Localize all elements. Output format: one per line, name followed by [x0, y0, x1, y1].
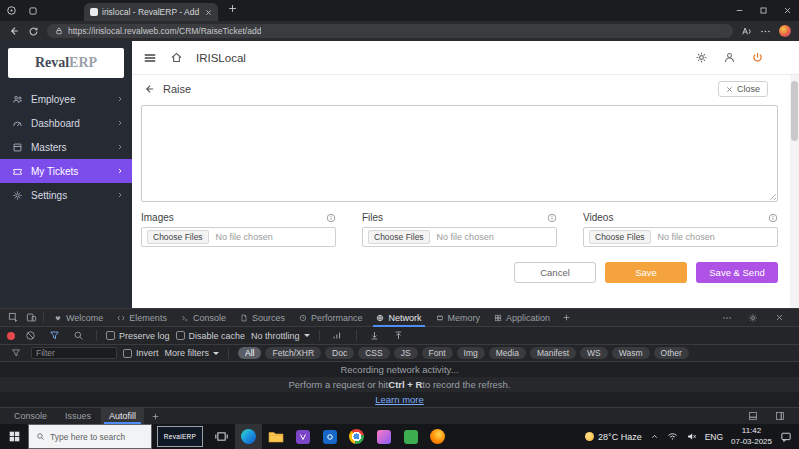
- more-tabs-button[interactable]: [557, 313, 575, 322]
- start-button[interactable]: [0, 424, 28, 449]
- ticket-description-textarea[interactable]: [141, 105, 778, 202]
- sidebar-item-employee[interactable]: Employee: [0, 87, 132, 111]
- invert-checkbox[interactable]: Invert: [123, 348, 159, 358]
- devtools-tab-welcome[interactable]: Welcome: [47, 309, 110, 326]
- info-icon[interactable]: [326, 213, 336, 223]
- filter-chip-fetch-xhr[interactable]: Fetch/XHR: [265, 347, 321, 359]
- purple-app-taskbar-icon[interactable]: [289, 424, 316, 449]
- save-and-send-button[interactable]: Save & Send: [696, 262, 778, 283]
- devtools-tab-performance[interactable]: Performance: [292, 309, 370, 326]
- devtools-settings-icon[interactable]: [744, 313, 762, 323]
- file-input[interactable]: Choose Files No file chosen: [141, 227, 336, 247]
- file-input[interactable]: Choose Files No file chosen: [583, 227, 778, 247]
- filter-chip-wasm[interactable]: Wasm: [612, 347, 650, 359]
- tab-close-icon[interactable]: [205, 9, 212, 16]
- read-aloud-icon[interactable]: [741, 26, 752, 37]
- sidebar-item-my-tickets[interactable]: My Tickets: [0, 159, 132, 183]
- taskbar-search[interactable]: Type here to search: [28, 424, 152, 449]
- choose-files-button[interactable]: Choose Files: [368, 230, 430, 244]
- page-scrollbar[interactable]: [790, 75, 799, 308]
- task-view-button[interactable]: [208, 424, 235, 449]
- sidebar-item-dashboard[interactable]: Dashboard: [0, 111, 132, 135]
- filter-input[interactable]: Filter: [31, 347, 117, 359]
- tab-actions-icon[interactable]: [22, 6, 44, 16]
- dock-side-icon[interactable]: [771, 411, 789, 421]
- green-app-taskbar-icon[interactable]: [397, 424, 424, 449]
- filter-chip-media[interactable]: Media: [489, 347, 526, 359]
- preserve-log-checkbox[interactable]: Preserve log: [106, 331, 170, 341]
- weather-widget[interactable]: 28°C Haze: [585, 432, 642, 442]
- revalerp-window-thumbnail[interactable]: RevalERP: [157, 426, 203, 447]
- filter-chip-doc[interactable]: Doc: [325, 347, 354, 359]
- add-drawer-tab-button[interactable]: [146, 412, 164, 421]
- minimize-button[interactable]: [727, 0, 751, 21]
- filter-toggle-icon[interactable]: [45, 330, 63, 341]
- devtools-tab-application[interactable]: Application: [487, 309, 557, 326]
- filter-chip-css[interactable]: CSS: [358, 347, 389, 359]
- devtools-tab-memory[interactable]: Memory: [429, 309, 488, 326]
- chrome-taskbar-icon[interactable]: [343, 424, 370, 449]
- taskbar-clock[interactable]: 11:42 07-03-2025: [731, 426, 772, 447]
- devtools-tab-network[interactable]: Network: [369, 309, 428, 326]
- checkbox-icon[interactable]: [123, 349, 132, 358]
- show-hidden-icons-button[interactable]: [650, 432, 659, 441]
- browser-tab[interactable]: irislocal - RevalERP - Add Ticket: [84, 3, 218, 21]
- browser-window-icon[interactable]: [0, 5, 22, 16]
- file-explorer-taskbar-icon[interactable]: [262, 424, 289, 449]
- close-ticket-button[interactable]: Close: [718, 81, 768, 97]
- sidebar-item-settings[interactable]: Settings: [0, 183, 132, 207]
- refresh-button[interactable]: [28, 26, 39, 37]
- filter-chip-all[interactable]: All: [238, 347, 261, 359]
- disable-cache-checkbox[interactable]: Disable cache: [176, 331, 246, 341]
- devtools-tab-sources[interactable]: Sources: [233, 309, 292, 326]
- scrollbar-thumb[interactable]: [791, 81, 798, 141]
- language-indicator[interactable]: ENG: [705, 432, 723, 442]
- back-arrow-icon[interactable]: [143, 83, 155, 95]
- notification-center-icon[interactable]: [780, 431, 792, 443]
- edge-taskbar-icon[interactable]: [235, 424, 262, 449]
- import-har-icon[interactable]: [366, 330, 384, 341]
- home-icon[interactable]: [170, 51, 183, 64]
- learn-more-link[interactable]: Learn more: [375, 394, 424, 405]
- filter-chip-other[interactable]: Other: [654, 347, 689, 359]
- choose-files-button[interactable]: Choose Files: [147, 230, 209, 244]
- file-input[interactable]: Choose Files No file chosen: [362, 227, 557, 247]
- filter-chip-font[interactable]: Font: [422, 347, 453, 359]
- info-icon[interactable]: [768, 213, 778, 223]
- drawer-tab-issues[interactable]: Issues: [57, 408, 99, 424]
- dock-bottom-icon[interactable]: [744, 411, 762, 421]
- drawer-tab-autofill[interactable]: Autofill: [101, 408, 144, 424]
- sidebar-item-masters[interactable]: Masters: [0, 135, 132, 159]
- clear-network-icon[interactable]: [21, 330, 39, 341]
- revalerp-logo[interactable]: Reval ERP: [8, 48, 124, 78]
- back-button[interactable]: [8, 25, 20, 37]
- info-icon[interactable]: [547, 213, 557, 223]
- network-conditions-icon[interactable]: [329, 330, 347, 341]
- checkbox-icon[interactable]: [176, 331, 185, 340]
- network-tray-icon[interactable]: [667, 431, 678, 442]
- logout-power-icon[interactable]: [751, 51, 764, 64]
- gear-icon[interactable]: [695, 51, 708, 64]
- multicolor-app-taskbar-icon[interactable]: [370, 424, 397, 449]
- devtools-close-icon[interactable]: [770, 313, 788, 323]
- orange-app-taskbar-icon[interactable]: [424, 424, 451, 449]
- close-window-button[interactable]: [775, 0, 799, 21]
- drawer-tab-console[interactable]: Console: [6, 408, 55, 424]
- hamburger-menu-icon[interactable]: [143, 51, 157, 65]
- resize-handle[interactable]: [767, 191, 776, 200]
- filter-chip-manifest[interactable]: Manifest: [530, 347, 576, 359]
- devtools-tab-console[interactable]: Console: [174, 309, 233, 326]
- more-menu-icon[interactable]: [760, 26, 771, 37]
- address-bar[interactable]: https://irislocal.revalweb.com/CRM/Raise…: [47, 24, 733, 38]
- user-icon[interactable]: [723, 51, 736, 64]
- record-network-icon[interactable]: [7, 332, 15, 340]
- save-button[interactable]: Save: [605, 262, 687, 283]
- inspect-element-icon[interactable]: [4, 312, 22, 323]
- speaker-tray-icon[interactable]: [686, 431, 697, 442]
- filter-chip-ws[interactable]: WS: [580, 347, 608, 359]
- maximize-button[interactable]: [751, 0, 775, 21]
- device-toolbar-icon[interactable]: [22, 312, 40, 323]
- search-network-icon[interactable]: [69, 330, 87, 341]
- choose-files-button[interactable]: Choose Files: [589, 230, 651, 244]
- cancel-button[interactable]: Cancel: [514, 262, 596, 283]
